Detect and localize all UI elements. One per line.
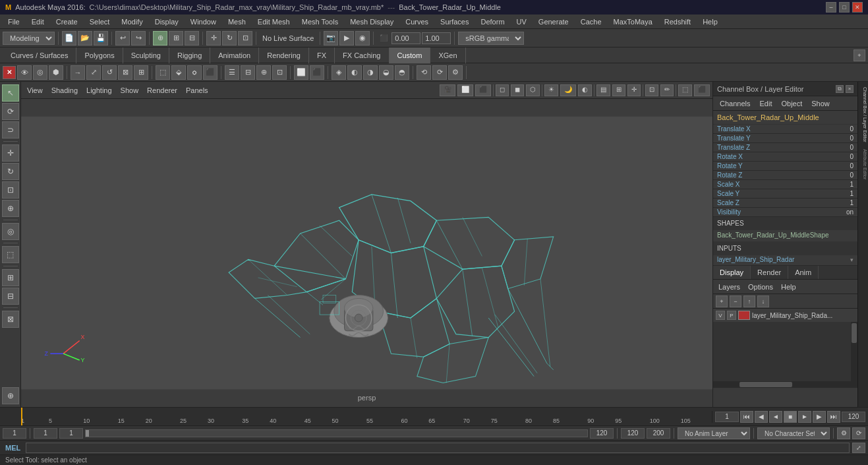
pb-settings-btn[interactable]: ⚙ — [837, 427, 850, 439]
open-file-button[interactable]: 📂 — [78, 31, 92, 46]
tab-polygons[interactable]: Polygons — [76, 47, 123, 63]
camera-button[interactable]: 📷 — [324, 31, 338, 46]
tabs-settings-button[interactable]: + — [854, 49, 865, 61]
undo-button[interactable]: ↩ — [115, 31, 130, 46]
pb-prev-frame[interactable]: ◀ — [755, 411, 768, 423]
render-button[interactable]: ▶ — [339, 31, 354, 46]
cb-menu-channels[interactable]: Channels — [716, 98, 754, 109]
tab-xgen[interactable]: XGen — [430, 47, 465, 63]
pb-first-frame[interactable]: ⏮ — [740, 411, 753, 423]
vp-cam-icon[interactable]: 🎥 — [440, 84, 455, 96]
vp-menu-view[interactable]: View — [24, 86, 46, 94]
comp-pivot-lt[interactable]: ⊕ — [2, 387, 19, 404]
select-tool-button[interactable]: ⊕ — [153, 31, 167, 46]
menu-modify[interactable]: Modify — [116, 16, 148, 27]
icon-tb-grid[interactable]: ⊞ — [134, 65, 148, 80]
redo-button[interactable]: ↪ — [131, 31, 146, 46]
layer-up-button[interactable]: ↑ — [743, 295, 755, 307]
vp-wire-btn[interactable]: ◻ — [496, 84, 509, 96]
vp-tex-btn[interactable]: ⬡ — [526, 84, 540, 96]
minimize-button[interactable]: – — [826, 2, 836, 13]
menu-redshift[interactable]: Redshift — [659, 16, 696, 27]
vp-color-btn[interactable]: ⬛ — [694, 84, 710, 96]
timeline-ruler[interactable]: 1 5 10 15 20 25 30 35 40 45 50 55 60 65 … — [21, 408, 712, 425]
menu-mesh-tools[interactable]: Mesh Tools — [297, 16, 343, 27]
vp-grid-btn[interactable]: ⊞ — [612, 84, 625, 96]
icon-tb-rotate2[interactable]: ↺ — [102, 65, 117, 80]
icon-tb-smooth[interactable]: ⬙ — [171, 65, 186, 80]
cmd-expand-button[interactable]: ⤢ — [852, 443, 865, 453]
move-tool-button[interactable]: ✛ — [206, 31, 221, 46]
layer-vscroll-thumb[interactable] — [852, 323, 857, 343]
tab-custom[interactable]: Custom — [390, 47, 431, 63]
input-dropdown-icon[interactable]: ▾ — [850, 257, 854, 263]
val1-input[interactable] — [391, 32, 420, 44]
layer-color-swatch[interactable] — [738, 311, 750, 320]
icon-tb-move[interactable]: ⤢ — [86, 65, 101, 80]
menu-uv[interactable]: UV — [511, 16, 532, 27]
layer-down-button[interactable]: ↓ — [757, 295, 769, 307]
icon-tb-obj[interactable]: ⬢ — [49, 65, 63, 80]
cb-menu-edit[interactable]: Edit — [755, 98, 776, 109]
icon-tb-wire[interactable]: ⬚ — [156, 65, 170, 80]
vp-smooth-btn[interactable]: ◼ — [511, 84, 524, 96]
paint-sel-lt[interactable]: ⟳ — [2, 103, 19, 120]
layer-tab-anim[interactable]: Anim — [788, 266, 819, 279]
icon-tb-tex[interactable]: ⬛ — [203, 65, 217, 80]
tab-sculpting[interactable]: Sculpting — [123, 47, 169, 63]
icon-tb-show3[interactable]: ⊕ — [256, 65, 271, 80]
axis-orient-lt[interactable]: ⊠ — [2, 311, 19, 328]
menu-select[interactable]: Select — [84, 16, 115, 27]
vp-hud-btn[interactable]: ▤ — [596, 84, 610, 96]
icon-tb-x[interactable]: ✕ — [3, 66, 16, 79]
vp-resolution-btn[interactable]: ⬚ — [678, 84, 692, 96]
tab-curves-surfaces[interactable]: Curves / Surfaces — [3, 47, 76, 63]
pb-play-fwd[interactable]: ► — [798, 411, 811, 423]
channel-box-float-button[interactable]: ⧉ — [836, 85, 844, 93]
layer-menu-layers[interactable]: Layers — [716, 282, 743, 292]
rvtab-channel-box[interactable]: Channel Box / Layer Editor — [859, 84, 868, 145]
icon-tb-sel4[interactable]: ◓ — [395, 65, 409, 80]
color-space-dropdown[interactable]: sRGB gamma — [458, 32, 524, 45]
vp-manip-btn[interactable]: ✛ — [627, 84, 641, 96]
char-set-dropdown[interactable]: No Character Set — [757, 427, 830, 439]
frame-range-handle[interactable] — [86, 430, 89, 437]
pb-last-frame[interactable]: ⏭ — [827, 411, 840, 423]
menu-help[interactable]: Help — [697, 16, 723, 27]
icon-tb-sel2[interactable]: ◑ — [363, 65, 378, 80]
vp-sel-mask-btn[interactable]: ⊡ — [645, 84, 658, 96]
mel-input[interactable] — [26, 443, 850, 453]
layer-visibility-v[interactable]: V — [716, 311, 725, 320]
tab-fx[interactable]: FX — [309, 47, 335, 63]
vp-menu-lighting[interactable]: Lighting — [83, 86, 115, 94]
icon-tb-cam1[interactable]: ⬜ — [294, 65, 308, 80]
icon-tb-eye[interactable]: 👁 — [17, 65, 32, 80]
menu-create[interactable]: Create — [51, 16, 83, 27]
select-tool-lt[interactable]: ↖ — [2, 84, 19, 102]
soft-sel-lt[interactable]: ◎ — [2, 223, 19, 240]
icon-tb-sel1[interactable]: ◐ — [347, 65, 362, 80]
pb-extra-btn[interactable]: ⟳ — [852, 427, 865, 439]
tl-range-start[interactable] — [715, 412, 739, 422]
tab-rigging[interactable]: Rigging — [169, 47, 210, 63]
tab-fx-caching[interactable]: FX Caching — [335, 47, 389, 63]
pb-play-back[interactable]: ◄ — [769, 411, 782, 423]
vp-ao-btn[interactable]: ◐ — [578, 84, 592, 96]
lasso-lt[interactable]: ⊃ — [2, 121, 19, 139]
val2-input[interactable] — [422, 32, 451, 44]
layer-tab-display[interactable]: Display — [713, 266, 751, 279]
cb-menu-show[interactable]: Show — [807, 98, 834, 109]
icon-tb-light[interactable]: ⭘ — [187, 65, 202, 80]
pb-max-frame-input[interactable] — [647, 428, 670, 439]
frame-range-slider[interactable] — [85, 429, 588, 437]
menu-maxtoMaya[interactable]: MaxToMaya — [608, 16, 658, 27]
icon-tb-sel3[interactable]: ◒ — [379, 65, 393, 80]
layer-menu-options[interactable]: Options — [745, 282, 776, 292]
viewport-render-button[interactable]: ◉ — [355, 31, 370, 46]
vp-menu-renderer[interactable]: Renderer — [144, 86, 181, 94]
snap-curve-lt[interactable]: ⊟ — [2, 288, 19, 305]
save-file-button[interactable]: 💾 — [94, 31, 108, 46]
layer-menu-help[interactable]: Help — [778, 282, 799, 292]
menu-edit[interactable]: Edit — [26, 16, 49, 27]
rotate-lt[interactable]: ↻ — [2, 163, 19, 180]
